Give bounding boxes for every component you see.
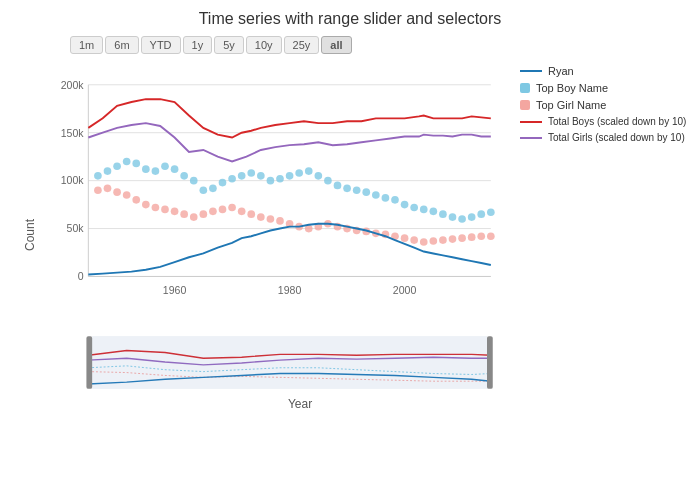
svg-point-62 <box>142 201 150 209</box>
svg-point-59 <box>113 188 121 196</box>
svg-point-51 <box>439 210 447 218</box>
range-left-handle[interactable] <box>86 336 92 389</box>
svg-point-28 <box>219 179 227 187</box>
legend-item-total-girls: Total Girls (scaled down by 10) <box>520 132 690 143</box>
svg-point-64 <box>161 206 169 214</box>
chart-svg-area: 200k 150k 100k 50k 0 1960 1980 2000 <box>50 60 510 411</box>
svg-point-42 <box>353 186 361 194</box>
svg-point-98 <box>487 232 495 240</box>
svg-point-92 <box>430 237 438 245</box>
range-btn-6m[interactable]: 6m <box>105 36 138 54</box>
svg-point-20 <box>142 165 150 173</box>
legend-item-total-boys: Total Boys (scaled down by 10) <box>520 116 690 127</box>
svg-point-21 <box>152 167 160 175</box>
range-slider-svg[interactable] <box>50 330 510 395</box>
range-btn-ytd[interactable]: YTD <box>141 36 181 54</box>
total-girls-line <box>88 123 491 161</box>
svg-point-70 <box>219 206 227 214</box>
svg-point-48 <box>410 204 418 212</box>
svg-point-47 <box>401 201 409 209</box>
main-area: Count 200k 150k 100k 50k 0 <box>10 60 690 411</box>
svg-point-60 <box>123 191 131 199</box>
svg-point-63 <box>152 204 160 212</box>
svg-point-29 <box>228 175 236 183</box>
svg-point-27 <box>209 184 217 192</box>
svg-text:1980: 1980 <box>278 284 302 296</box>
svg-point-33 <box>267 177 275 185</box>
svg-point-46 <box>391 196 399 204</box>
range-btn-1m[interactable]: 1m <box>70 36 103 54</box>
svg-point-34 <box>276 175 284 183</box>
svg-point-30 <box>238 172 246 180</box>
svg-text:200k: 200k <box>61 79 85 91</box>
legend-top-girl-label: Top Girl Name <box>536 99 606 111</box>
range-btn-1y[interactable]: 1y <box>183 36 213 54</box>
svg-point-93 <box>439 236 447 244</box>
svg-point-49 <box>420 206 428 214</box>
svg-point-76 <box>276 217 284 225</box>
svg-point-89 <box>401 234 409 242</box>
svg-point-50 <box>430 207 438 215</box>
svg-point-18 <box>123 158 131 166</box>
top-girl-name-scatter <box>94 184 495 245</box>
range-btn-25y[interactable]: 25y <box>284 36 320 54</box>
svg-text:0: 0 <box>78 270 84 282</box>
svg-point-90 <box>410 236 418 244</box>
range-right-handle[interactable] <box>487 336 493 389</box>
svg-point-23 <box>171 165 179 173</box>
svg-point-35 <box>286 172 294 180</box>
svg-point-73 <box>247 210 255 218</box>
legend-top-boy-dot <box>520 83 530 93</box>
svg-point-74 <box>257 213 265 221</box>
top-boy-name-scatter <box>94 158 495 223</box>
svg-point-69 <box>209 207 217 215</box>
svg-point-37 <box>305 167 313 175</box>
svg-point-96 <box>468 233 476 241</box>
chart-container: Time series with range slider and select… <box>0 0 700 500</box>
svg-point-26 <box>200 186 208 194</box>
svg-point-95 <box>458 234 466 242</box>
svg-point-22 <box>161 162 169 170</box>
legend-ryan-line <box>520 70 542 72</box>
legend-total-boys-line <box>520 121 542 123</box>
svg-point-45 <box>382 194 390 202</box>
svg-point-72 <box>238 207 246 215</box>
svg-point-15 <box>94 172 102 180</box>
legend-top-girl-dot <box>520 100 530 110</box>
range-btn-5y[interactable]: 5y <box>214 36 244 54</box>
legend-item-ryan: Ryan <box>520 65 690 77</box>
svg-text:2000: 2000 <box>393 284 417 296</box>
legend-total-girls-line <box>520 137 542 139</box>
range-buttons: 1m 6m YTD 1y 5y 10y 25y all <box>70 36 690 54</box>
svg-point-97 <box>477 232 485 240</box>
svg-point-75 <box>267 215 275 223</box>
svg-point-25 <box>190 177 198 185</box>
legend-total-girls-label: Total Girls (scaled down by 10) <box>548 132 685 143</box>
svg-point-54 <box>468 213 476 221</box>
svg-text:1960: 1960 <box>163 284 187 296</box>
legend-item-top-boy: Top Boy Name <box>520 82 690 94</box>
legend-ryan-label: Ryan <box>548 65 574 77</box>
svg-point-19 <box>132 160 140 168</box>
svg-point-31 <box>247 169 255 177</box>
svg-point-53 <box>458 215 466 223</box>
y-axis-label: Count <box>23 219 37 251</box>
svg-point-43 <box>362 188 370 196</box>
svg-point-58 <box>104 184 112 192</box>
range-btn-10y[interactable]: 10y <box>246 36 282 54</box>
svg-point-94 <box>449 235 457 243</box>
svg-point-65 <box>171 207 179 215</box>
svg-point-39 <box>324 177 332 185</box>
svg-point-91 <box>420 238 428 246</box>
svg-point-24 <box>180 172 188 180</box>
chart-title: Time series with range slider and select… <box>10 10 690 28</box>
svg-text:150k: 150k <box>61 127 85 139</box>
svg-point-66 <box>180 210 188 218</box>
svg-point-55 <box>477 210 485 218</box>
svg-point-71 <box>228 204 236 212</box>
svg-point-57 <box>94 186 102 194</box>
svg-point-68 <box>200 210 208 218</box>
svg-point-44 <box>372 191 380 199</box>
range-btn-all[interactable]: all <box>321 36 351 54</box>
main-chart-svg: 200k 150k 100k 50k 0 1960 1980 2000 <box>50 60 510 330</box>
